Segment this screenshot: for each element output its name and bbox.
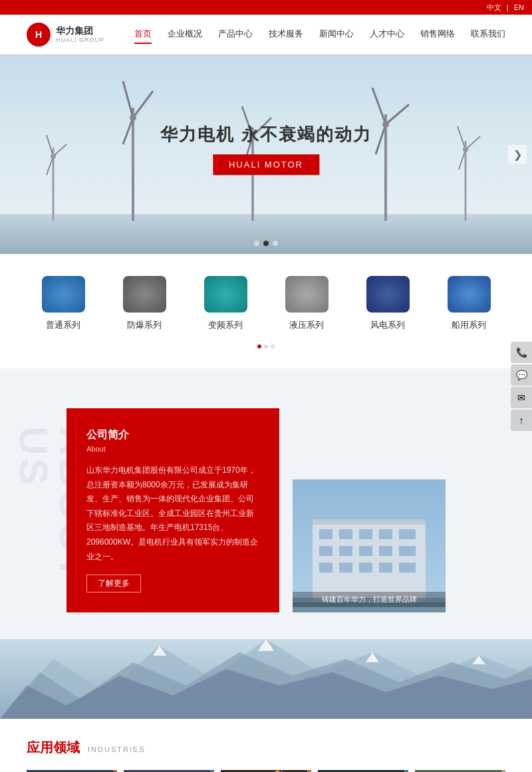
svg-point-21 xyxy=(51,154,56,159)
product-grid: 普通系列 防爆系列 变频系列 液压系列 风电系列 xyxy=(27,274,505,331)
product-label-4: 液压系列 xyxy=(289,319,324,331)
product-img-1 xyxy=(40,274,86,314)
svg-point-11 xyxy=(382,121,389,128)
about-subtitle: About xyxy=(86,445,259,453)
main-nav: 首页 企业概况 产品中心 技术服务 新闻中心 人才中心 销售网络 联系我们 xyxy=(134,25,505,44)
banner-title: 华力电机 永不衰竭的动力 xyxy=(160,123,371,146)
side-buttons: 📞 💬 ✉ ↑ xyxy=(511,342,532,431)
nav-home[interactable]: 首页 xyxy=(134,25,152,44)
svg-rect-38 xyxy=(379,546,392,556)
svg-rect-34 xyxy=(399,529,416,539)
mountain-section xyxy=(0,639,532,719)
logo-icon: H xyxy=(27,23,51,47)
motor-icon-4 xyxy=(285,276,329,313)
product-item-1[interactable]: 普通系列 xyxy=(27,274,100,331)
banner-arrow-right[interactable]: ❯ xyxy=(508,145,527,164)
motor-icon-3 xyxy=(204,276,247,313)
lang-cn-link[interactable]: 中文 xyxy=(487,3,501,13)
product-label-5: 风电系列 xyxy=(370,319,405,331)
svg-rect-32 xyxy=(359,529,372,539)
about-title: 公司简介 xyxy=(86,428,259,442)
mountain-svg xyxy=(0,639,532,719)
product-label-6: 船用系列 xyxy=(452,319,486,331)
side-phone-btn[interactable]: 📞 xyxy=(511,342,532,363)
about-inner: 公司简介 About 山东华力电机集团股份有限公司成立于1970年，总注册资本额… xyxy=(66,408,505,612)
product-dot-1[interactable] xyxy=(257,344,261,348)
banner-section: 华力电机 永不衰竭的动力 HUALI MOTOR ❯ xyxy=(0,55,532,254)
product-dot-3[interactable] xyxy=(271,344,275,348)
about-img-label: 铸建百年华力，打造世界品牌 xyxy=(293,592,446,607)
product-dot-2[interactable] xyxy=(264,344,268,348)
lang-en-link[interactable]: EN xyxy=(514,3,524,11)
nav-tech[interactable]: 技术服务 xyxy=(269,25,303,44)
logo-en: HUALI GROUP xyxy=(56,37,104,44)
side-wechat-btn[interactable]: 💬 xyxy=(511,364,532,386)
product-img-6 xyxy=(446,274,492,314)
top-bar: 中文 | EN xyxy=(0,0,532,15)
industries-header: 应用领域 INDUSTRIES xyxy=(27,739,505,757)
svg-rect-35 xyxy=(319,546,332,556)
product-item-6[interactable]: 船用系列 xyxy=(432,274,505,331)
nav-news[interactable]: 新闻中心 xyxy=(319,25,354,44)
industries-title-en: INDUSTRIES xyxy=(88,745,146,753)
product-img-4 xyxy=(283,274,330,314)
svg-point-6 xyxy=(130,114,136,121)
header: H 华力集团 HUALI GROUP 首页 企业概况 产品中心 技术服务 新闻中… xyxy=(0,15,532,55)
product-img-3 xyxy=(202,274,249,314)
side-email-btn[interactable]: ✉ xyxy=(511,387,532,408)
product-img-2 xyxy=(121,274,168,314)
svg-rect-33 xyxy=(379,529,392,539)
nav-products[interactable]: 产品中心 xyxy=(218,25,253,44)
nav-talent[interactable]: 人才中心 xyxy=(370,25,404,44)
product-item-4[interactable]: 液压系列 xyxy=(270,274,343,331)
banner-dot-3[interactable] xyxy=(273,241,278,246)
product-dots xyxy=(27,344,505,355)
svg-rect-31 xyxy=(339,529,352,539)
industries-title-cn: 应用领域 xyxy=(27,739,80,757)
about-image: 铸建百年华力，打造世界品牌 xyxy=(293,479,446,612)
about-text-box: 公司简介 About 山东华力电机集团股份有限公司成立于1970年，总注册资本额… xyxy=(66,408,279,612)
product-item-2[interactable]: 防爆系列 xyxy=(108,274,181,331)
svg-rect-42 xyxy=(359,563,372,573)
product-item-3[interactable]: 变频系列 xyxy=(189,274,262,331)
banner-button[interactable]: HUALI MOTOR xyxy=(213,154,319,175)
banner-dot-1[interactable] xyxy=(254,241,259,246)
about-more-button[interactable]: 了解更多 xyxy=(86,575,141,592)
product-label-1: 普通系列 xyxy=(46,319,80,331)
svg-rect-30 xyxy=(319,529,332,539)
motor-icon-1 xyxy=(42,276,85,313)
svg-rect-39 xyxy=(399,546,416,556)
product-label-2: 防爆系列 xyxy=(127,319,162,331)
banner-dot-2[interactable] xyxy=(263,241,269,246)
svg-rect-29 xyxy=(313,519,426,525)
svg-rect-1 xyxy=(0,214,532,254)
nav-about[interactable]: 企业概况 xyxy=(168,25,202,44)
banner-dots xyxy=(254,241,278,246)
motor-icon-5 xyxy=(366,276,410,313)
product-img-5 xyxy=(364,274,411,314)
logo-cn: 华力集团 xyxy=(56,25,104,37)
motor-icon-2 xyxy=(123,276,166,313)
svg-rect-43 xyxy=(379,563,392,573)
svg-rect-37 xyxy=(359,546,372,556)
about-desc: 山东华力电机集团股份有限公司成立于1970年，总注册资本额为8000余万元，已发… xyxy=(86,463,259,564)
lang-separator: | xyxy=(507,3,509,11)
svg-rect-40 xyxy=(319,563,332,573)
industries-section: 应用领域 INDUSTRIES xyxy=(0,719,532,772)
side-back-top-btn[interactable]: ↑ xyxy=(511,410,532,431)
product-label-3: 变频系列 xyxy=(208,319,243,331)
product-item-5[interactable]: 风电系列 xyxy=(351,274,424,331)
logo-area: H 华力集团 HUALI GROUP xyxy=(27,23,133,47)
about-section: ABOUT US 公司简介 About 山东华力电机集团股份有限公司成立于197… xyxy=(0,368,532,639)
nav-sales[interactable]: 销售网络 xyxy=(420,25,455,44)
motor-icon-6 xyxy=(448,276,491,313)
logo-text: 华力集团 HUALI GROUP xyxy=(56,25,104,44)
product-section: 普通系列 防爆系列 变频系列 液压系列 风电系列 xyxy=(0,254,532,368)
banner-content: 华力电机 永不衰竭的动力 HUALI MOTOR xyxy=(160,123,371,175)
nav-contact[interactable]: 联系我们 xyxy=(471,25,505,44)
svg-rect-41 xyxy=(339,563,352,573)
svg-point-16 xyxy=(463,147,468,152)
svg-rect-36 xyxy=(339,546,352,556)
svg-rect-44 xyxy=(399,563,416,573)
